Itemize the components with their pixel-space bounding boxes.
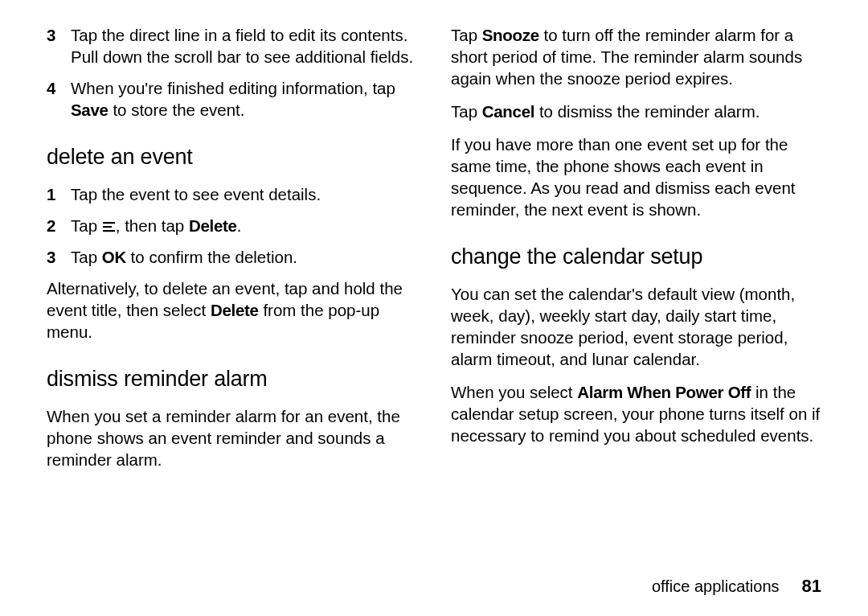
right-column: Tap Snooze to turn off the reminder alar… [451,24,821,482]
step-text: Tap the event to see event details. [71,183,417,205]
power-off-paragraph: When you select Alarm When Power Off in … [451,381,821,446]
bold-alarm-power-off: Alarm When Power Off [577,383,751,401]
svg-rect-2 [103,230,115,232]
step-number: 3 [47,24,71,46]
delete-alternative: Alternatively, to delete an event, tap a… [47,277,417,343]
manual-page: 3 Tap the direct line in a field to edit… [0,0,868,482]
step-text: Tap , then tap Delete. [71,215,417,236]
step-number: 4 [47,77,71,99]
delete-step-1: 1 Tap the event to see event details. [47,183,417,205]
step-text: Tap the direct line in a field to edit i… [71,24,417,68]
bold-ok: OK [102,248,126,266]
cancel-paragraph: Tap Cancel to dismiss the reminder alarm… [451,101,821,122]
change-setup-paragraph: You can set the calendar's default view … [451,283,821,370]
bold-delete: Delete [189,216,237,235]
step-number: 1 [47,183,71,205]
delete-step-3: 3 Tap OK to confirm the deletion. [47,246,417,268]
snooze-paragraph: Tap Snooze to turn off the reminder alar… [451,24,821,89]
footer-page-number: 81 [802,576,821,597]
svg-rect-0 [103,222,115,224]
footer-section-name: office applications [652,577,780,596]
multi-event-paragraph: If you have more than one event set up f… [451,133,821,220]
dismiss-paragraph: When you set a reminder alarm for an eve… [47,405,417,470]
step-text: When you're finished editing information… [71,77,417,121]
step-number: 3 [47,246,71,268]
bold-delete: Delete [211,301,259,319]
heading-change-setup: change the calendar setup [451,243,821,272]
step-3: 3 Tap the direct line in a field to edit… [47,24,417,68]
svg-rect-1 [103,226,112,228]
bold-snooze: Snooze [482,26,539,44]
step-text: Tap OK to confirm the deletion. [71,246,417,268]
step-4: 4 When you're finished editing informati… [47,77,417,121]
menu-icon [103,221,115,232]
bold-cancel: Cancel [482,102,534,121]
left-column: 3 Tap the direct line in a field to edit… [47,24,417,482]
heading-delete-event: delete an event [47,143,417,172]
delete-step-2: 2 Tap , then tap Delete. [47,215,417,236]
page-footer: office applications 81 [652,576,821,597]
heading-dismiss-reminder: dismiss reminder alarm [47,365,417,394]
step-number: 2 [47,215,71,236]
bold-save: Save [71,101,108,119]
